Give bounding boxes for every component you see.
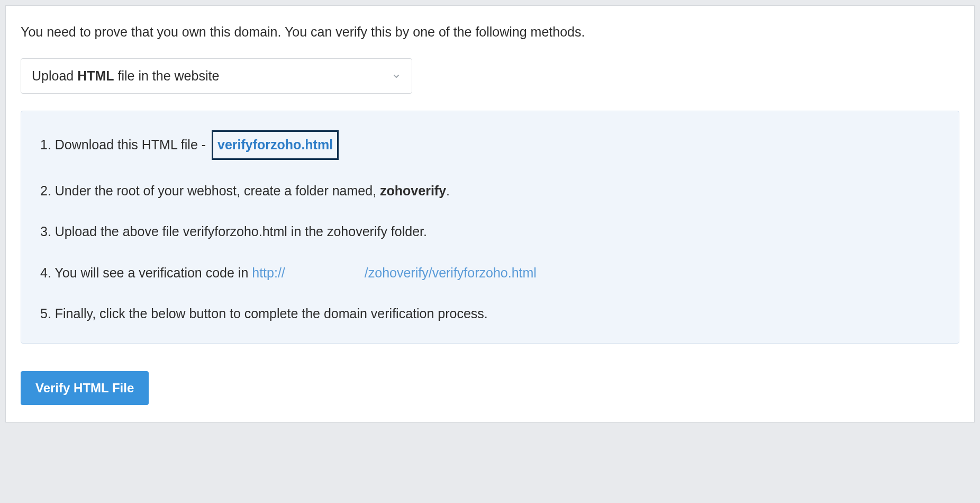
step-5: 5. Finally, click the below button to co…: [40, 304, 940, 324]
verification-url-link[interactable]: http:///zohoverify/verifyforzoho.html: [252, 265, 537, 280]
step-2: 2. Under the root of your webhost, creat…: [40, 181, 940, 201]
verification-method-dropdown[interactable]: Upload HTML file in the website: [21, 58, 412, 94]
chevron-down-icon: [392, 71, 401, 81]
step-4: 4. You will see a verification code in h…: [40, 263, 940, 283]
verify-button[interactable]: Verify HTML File: [21, 371, 149, 405]
step-3: 3. Upload the above file verifyforzoho.h…: [40, 222, 940, 242]
dropdown-label: Upload HTML file in the website: [32, 68, 219, 84]
intro-text: You need to prove that you own this doma…: [21, 23, 959, 41]
step-1: 1. Download this HTML file - verifyforzo…: [40, 130, 940, 160]
verification-panel: You need to prove that you own this doma…: [5, 5, 975, 423]
instructions-box: 1. Download this HTML file - verifyforzo…: [21, 111, 959, 344]
download-file-link[interactable]: verifyforzoho.html: [212, 130, 339, 160]
